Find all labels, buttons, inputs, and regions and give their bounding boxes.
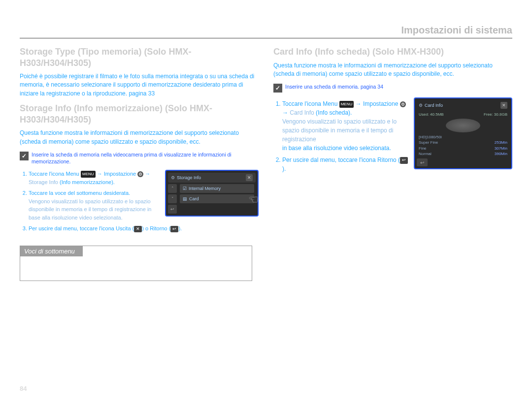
left-column: Storage Type (Tipo memoria) (Solo HMX-H3… xyxy=(20,44,259,281)
ss-title-row: ⚙ Storage Info xyxy=(171,175,201,180)
step-1-sub: Vengono visualizzati lo spazio utilizzat… xyxy=(282,118,397,143)
row2-label: Super Fine xyxy=(419,140,438,145)
gear-icon: ⚙ xyxy=(137,171,143,177)
step-1-a: Toccare l'icona Menu xyxy=(282,100,337,107)
step-1-b: Impostazione xyxy=(363,100,398,107)
row1-label: [HD]1080/50i xyxy=(419,134,442,140)
check-icon: ☑ xyxy=(183,186,187,191)
option-internal-memory[interactable]: ☑ Internal Memory xyxy=(180,184,254,193)
used-label: Used: 40.5MB xyxy=(419,112,444,117)
submenu-box: Voci di sottomenu xyxy=(20,246,252,281)
page-header: Impostazioni di sistema xyxy=(20,25,512,38)
back-button[interactable]: ↩ xyxy=(168,205,177,214)
step-1-d: (Info scheda). xyxy=(316,109,352,116)
storage-info-description: Questa funzione mostra le informazioni d… xyxy=(20,129,259,146)
step-1-d: (Info memorizzazione). xyxy=(60,179,115,185)
row4-label: Normal xyxy=(419,151,432,157)
step-1-b: Impostazione xyxy=(104,171,136,177)
step-1-c: Storage Info xyxy=(29,179,58,185)
content-columns: Storage Type (Tipo memoria) (Solo HMX-H3… xyxy=(20,44,512,281)
down-button[interactable]: ˅ xyxy=(168,194,177,203)
gear-icon: ⚙ xyxy=(171,175,175,180)
step-2-sub: Vengono visualizzati lo spazio utilizzat… xyxy=(29,198,151,220)
menu-icon: MENU xyxy=(339,101,354,108)
step-2-text: Per uscire dal menu, toccare l'icona Rit… xyxy=(282,157,397,163)
menu-icon: MENU xyxy=(81,171,96,178)
back-button[interactable]: ↩ xyxy=(417,158,428,166)
step-3-a: Per uscire dal menu, toccare l'icona Usc… xyxy=(29,225,131,231)
note-text-left: Inserire la scheda di memoria nella vide… xyxy=(32,151,259,165)
section-title-storage-info: Storage Info (Info memorizzaione) (Solo … xyxy=(20,103,259,125)
recording-times-list: [HD]1080/50i Super Fine253Min Fine307Min… xyxy=(417,134,509,157)
note-text-right: Inserire una scheda di memoria. pagina 3… xyxy=(285,83,383,90)
note-insert-card-right: Inserire una scheda di memoria. pagina 3… xyxy=(273,83,512,93)
row3-val: 307Min xyxy=(495,146,507,151)
step-1-c: Card Info xyxy=(290,109,314,116)
row3-label: Fine xyxy=(419,146,427,151)
option-card[interactable]: ▤ Card xyxy=(180,194,254,203)
ss-card-title-text: Card Info xyxy=(425,103,443,108)
card-info-screenshot: ⚙ Card Info ✕ Used: 40.5MB Free: 30.8GB … xyxy=(414,97,512,169)
return-icon: ↩ xyxy=(400,157,408,164)
free-label: Free: 30.8GB xyxy=(484,112,507,117)
row2-val: 253Min xyxy=(495,140,507,145)
step-1-tail: in base alla risoluzione video seleziona… xyxy=(282,145,391,152)
up-button[interactable]: ˄ xyxy=(168,184,177,193)
exit-icon: ✕ xyxy=(134,226,142,233)
row4-val: 390Min xyxy=(495,152,507,156)
note-insert-card-left: Inserire la scheda di memoria nella vide… xyxy=(20,151,259,165)
card-info-description: Questa funzione mostra le informazioni d… xyxy=(273,62,512,79)
gear-icon: ⚙ xyxy=(400,101,406,107)
step-3-b: o Ritorno xyxy=(145,225,167,231)
section-title-storage-type: Storage Type (Tipo memoria) (Solo HMX-H3… xyxy=(20,46,259,68)
step-2-text: Toccare la voce del sottomenu desiderata… xyxy=(29,190,130,196)
option-card-label: Card xyxy=(189,196,199,201)
section-title-storage-type-a: Storage Type (Tipo memoria) (Solo xyxy=(20,47,166,57)
storage-info-screenshot: ⚙ Storage Info ✕ ˄ ☑ Internal Memory ˅ ▤ xyxy=(165,170,259,217)
close-icon[interactable]: ✕ xyxy=(246,174,253,181)
storage-type-description: Poiché è possibile registrare il filmato… xyxy=(20,72,259,98)
submenu-box-header: Voci di sottomenu xyxy=(20,246,83,256)
gear-icon: ⚙ xyxy=(419,103,423,108)
step-3: Per uscire dal menu, toccare l'icona Usc… xyxy=(29,224,259,233)
return-icon: ↩ xyxy=(170,226,178,233)
hand-pointer-icon: ☚ xyxy=(249,193,259,206)
ss-title: Storage Info xyxy=(177,175,201,180)
close-icon[interactable]: ✕ xyxy=(500,102,507,109)
sd-icon: ▤ xyxy=(183,196,187,201)
right-column: Card Info (Info scheda) (Solo HMX-H300) … xyxy=(273,44,512,281)
section-title-card-info: Card Info (Info scheda) (Solo HMX-H300) xyxy=(273,46,512,58)
check-icon xyxy=(20,152,29,160)
option-internal-memory-label: Internal Memory xyxy=(189,186,221,191)
page-number: 84 xyxy=(20,385,27,392)
step-1-a: Toccare l'icona Menu xyxy=(29,171,79,177)
disk-graphic xyxy=(446,119,480,132)
check-icon xyxy=(273,84,282,93)
